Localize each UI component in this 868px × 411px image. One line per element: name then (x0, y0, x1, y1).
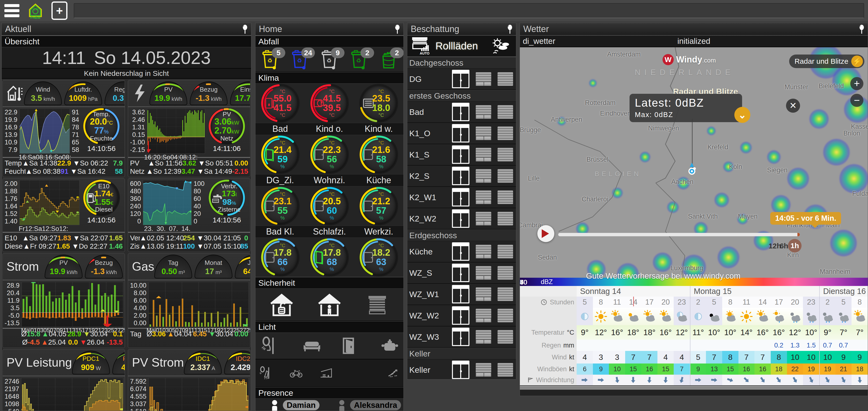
klima-gauge-Kind w.[interactable]: °C23.518.0°C (361, 85, 397, 122)
wall-lamp-down-icon[interactable] (259, 363, 273, 383)
shutter-closed-icon[interactable] (498, 191, 513, 204)
shutter-open-icon[interactable] (452, 306, 469, 325)
radar-map[interactable]: AmsterdamRotterdamMünsterBielefeldEindho… (520, 47, 868, 286)
shutter-open-icon[interactable] (452, 285, 469, 303)
rolladen-device-row[interactable]: AUTO Rollläden (407, 36, 516, 57)
shutter-closed-icon[interactable] (498, 148, 513, 161)
shutter-half-icon[interactable] (476, 191, 491, 204)
shutter-half-icon[interactable] (476, 363, 491, 377)
zoom-in-button[interactable]: + (850, 77, 863, 90)
sofa-icon[interactable] (302, 336, 322, 355)
shutter-icon[interactable] (365, 292, 390, 317)
shutter-closed-icon[interactable] (498, 363, 513, 377)
zoom-out-button[interactable]: − (850, 94, 863, 107)
shutter-closed-icon[interactable] (498, 287, 513, 301)
klima-gauge-Kind o.[interactable]: °C41.539.5°C (311, 85, 348, 122)
shutter-open-icon[interactable] (452, 167, 469, 185)
shutter-half-icon[interactable] (476, 330, 491, 344)
play-button[interactable] (537, 225, 554, 242)
forecast-cell (706, 308, 722, 325)
tree-icon[interactable] (387, 363, 400, 383)
waste-bin-24[interactable]: ♻24 (289, 49, 311, 70)
shutter-closed-icon[interactable] (498, 330, 513, 344)
waste-bin-2[interactable]: ♻2 (348, 49, 370, 70)
klima-gauge-Küche[interactable]: °C21.658% (361, 136, 397, 173)
shutter-closed-icon[interactable] (498, 169, 513, 183)
shutter-half-icon[interactable] (476, 148, 491, 161)
command-input[interactable] (74, 3, 864, 18)
bicycle-icon[interactable] (289, 363, 303, 383)
klima-gauge-DG_Zi.[interactable]: °C21.459% (262, 136, 299, 173)
close-icon[interactable]: ✕ (786, 99, 800, 113)
shutter-half-icon[interactable] (476, 309, 491, 322)
carport-icon[interactable] (320, 363, 333, 383)
shutter-half-icon[interactable] (476, 287, 491, 301)
axis-tick: 0.00 (130, 319, 147, 327)
pin-icon[interactable] (242, 25, 248, 34)
klima-gauge-Schlafzi.[interactable]: °C20.560% (311, 188, 348, 224)
shutter-half-icon[interactable] (476, 169, 491, 183)
svg-text:♻: ♻ (297, 58, 302, 64)
klima-gauge-row4-1[interactable]: °C17.866% (262, 239, 299, 276)
klima-gauge-Wohnzi.[interactable]: °C22.356% (311, 136, 348, 173)
weather-device-name[interactable]: di_wetter (523, 37, 637, 46)
house-occupied-icon[interactable] (317, 292, 342, 317)
shutter-half-icon[interactable] (476, 266, 491, 280)
fhem-logo-icon[interactable]: FHEM (26, 2, 45, 20)
location-marker (686, 162, 697, 178)
history-label-6h[interactable]: 6h (780, 242, 788, 250)
history-label-1h[interactable]: 1h (788, 239, 802, 252)
wall-lamp-icon[interactable] (259, 336, 280, 355)
timeline-slider[interactable] (558, 233, 800, 236)
pin-icon[interactable] (859, 25, 865, 34)
presence-damian[interactable]: Damian (267, 400, 319, 411)
shutter-open-icon[interactable] (452, 124, 469, 142)
city-label: Köln (729, 163, 742, 171)
klima-gauge-Werkzi.[interactable]: °C21.257% (361, 188, 397, 224)
shutter-open-icon[interactable] (452, 70, 469, 88)
door-icon[interactable] (339, 336, 360, 355)
cooking-pot-icon[interactable] (379, 336, 400, 355)
waste-bin-9[interactable]: ♻9 (318, 49, 341, 70)
klima-gauge-Bad[interactable]: °C55.041.5°C (262, 85, 299, 122)
shutter-open-icon[interactable] (452, 103, 469, 121)
shutter-half-icon[interactable] (476, 127, 491, 140)
shutter-closed-icon[interactable] (498, 245, 513, 258)
shutter-half-icon[interactable] (476, 212, 491, 226)
attribution[interactable]: Gute Wettervorhersage bei www.windy.com (586, 271, 740, 281)
shutter-open-icon[interactable] (452, 209, 469, 228)
pin-icon[interactable] (507, 25, 513, 34)
history-label-12h[interactable]: 12h (769, 242, 781, 250)
forecast-cell (754, 340, 771, 351)
shutter-closed-icon[interactable] (498, 309, 513, 322)
presence-aleksandra[interactable]: Aleksandra (334, 400, 401, 411)
shutter-open-icon[interactable] (452, 264, 469, 282)
shutter-open-icon[interactable] (452, 188, 469, 206)
shutter-open-icon[interactable] (452, 361, 469, 379)
shutter-closed-icon[interactable] (498, 127, 513, 140)
layer-selector[interactable]: Radar und Blitze ⚡ (789, 55, 864, 68)
chevron-down-icon[interactable]: ⌄ (734, 107, 750, 123)
pin-icon[interactable] (394, 25, 401, 34)
section-uebersicht[interactable]: Übersicht (2, 36, 251, 47)
waste-bin-5[interactable]: ♻5 (259, 49, 281, 70)
windy-logo[interactable]: W Windy.com (662, 54, 716, 65)
shutter-half-icon[interactable] (476, 245, 491, 258)
add-button[interactable]: + (52, 1, 67, 20)
klima-gauge-Bad Kl.[interactable]: °C23.155% (262, 188, 299, 224)
shutter-closed-icon[interactable] (498, 266, 513, 280)
menu-icon[interactable] (4, 4, 20, 17)
shutter-open-icon[interactable] (452, 145, 469, 164)
shutter-open-icon[interactable] (452, 242, 469, 261)
shutter-half-icon[interactable] (476, 105, 491, 119)
shutter-closed-icon[interactable] (498, 105, 513, 119)
shutter-closed-icon[interactable] (498, 72, 513, 86)
waste-bin-2[interactable]: 2 (377, 49, 400, 70)
horizontal-scrollbar[interactable] (520, 386, 868, 390)
shutter-half-icon[interactable] (476, 72, 491, 86)
klima-gauge-row4-3[interactable]: °C18.263% (361, 239, 397, 276)
shutter-open-icon[interactable] (452, 328, 469, 346)
klima-gauge-row4-2[interactable]: °C17.868% (311, 239, 348, 276)
shutter-closed-icon[interactable] (498, 212, 513, 226)
house-unlocked-icon[interactable] (269, 292, 294, 317)
